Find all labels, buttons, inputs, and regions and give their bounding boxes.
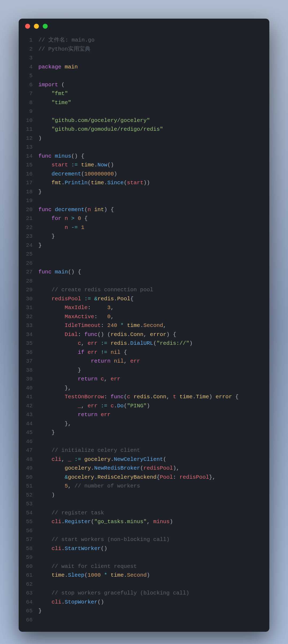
line-number: 24 — [19, 241, 33, 250]
code-line[interactable] — [38, 71, 261, 80]
line-number: 60 — [19, 562, 33, 571]
line-number: 50 — [19, 473, 33, 482]
code-line[interactable]: }, — [38, 419, 261, 428]
code-line[interactable]: "time" — [38, 98, 261, 107]
code-line[interactable]: func minus() { — [38, 152, 261, 161]
code-line[interactable]: "github.com/gocelery/gocelery" — [38, 116, 261, 125]
code-line[interactable]: start := time.Now() — [38, 161, 261, 170]
code-line[interactable]: // create redis connection pool — [38, 285, 261, 294]
line-number-gutter: 1234567891011121314151617181920212223242… — [19, 36, 38, 624]
minimize-icon[interactable] — [34, 24, 39, 29]
code-line[interactable]: // 文件名: main.go — [38, 36, 261, 45]
code-line[interactable]: } — [38, 366, 261, 375]
code-line[interactable]: IdleTimeout: 240 * time.Second, — [38, 321, 261, 330]
code-content[interactable]: // 文件名: main.go// Python实用宝典 package mai… — [38, 36, 269, 624]
line-number: 46 — [19, 437, 33, 446]
code-line[interactable]: import ( — [38, 80, 261, 89]
code-line[interactable] — [38, 277, 261, 286]
code-line[interactable]: 5, // number of workers — [38, 482, 261, 491]
code-line[interactable]: func decrement(n int) { — [38, 205, 261, 214]
code-line[interactable]: MaxActive: 0, — [38, 312, 261, 321]
line-number: 30 — [19, 294, 33, 303]
code-line[interactable]: // initialize celery client — [38, 446, 261, 455]
line-number: 42 — [19, 401, 33, 411]
code-line[interactable]: package main — [38, 63, 261, 72]
line-number: 23 — [19, 232, 33, 241]
code-line[interactable]: Dial: func() (redis.Conn, error) { — [38, 330, 261, 339]
line-number: 44 — [19, 419, 33, 428]
code-line[interactable]: } — [38, 428, 261, 437]
line-number: 28 — [19, 277, 33, 286]
code-line[interactable]: cli.StopWorker() — [38, 598, 261, 607]
code-line[interactable] — [38, 526, 261, 535]
titlebar — [19, 19, 269, 34]
code-line[interactable]: cli, _ := gocelery.NewCeleryClient( — [38, 455, 261, 464]
code-line[interactable] — [38, 553, 261, 562]
code-line[interactable]: for n > 0 { — [38, 214, 261, 223]
code-line[interactable]: redisPool := &redis.Pool{ — [38, 294, 261, 303]
code-line[interactable]: if err != nil { — [38, 348, 261, 357]
line-number: 56 — [19, 526, 33, 535]
line-number: 53 — [19, 499, 33, 508]
code-line[interactable]: // register task — [38, 508, 261, 518]
code-line[interactable]: } — [38, 232, 261, 241]
code-line[interactable] — [38, 54, 261, 63]
code-line[interactable]: ) — [38, 134, 261, 143]
code-line[interactable] — [38, 259, 261, 268]
code-line[interactable]: time.Sleep(1000 * time.Second) — [38, 571, 261, 580]
line-number: 4 — [19, 63, 33, 72]
line-number: 61 — [19, 571, 33, 580]
code-line[interactable]: func main() { — [38, 268, 261, 277]
code-line[interactable] — [38, 196, 261, 205]
code-line[interactable] — [38, 499, 261, 508]
code-line[interactable]: } — [38, 241, 261, 250]
code-line[interactable]: ) — [38, 491, 261, 500]
line-number: 59 — [19, 553, 33, 562]
line-number: 55 — [19, 517, 33, 526]
line-number: 27 — [19, 268, 33, 277]
code-line[interactable]: // wait for client request — [38, 562, 261, 571]
code-line[interactable] — [38, 437, 261, 446]
code-line[interactable]: // start workers (non-blocking call) — [38, 535, 261, 544]
code-line[interactable]: cli.StartWorker() — [38, 544, 261, 553]
code-line[interactable]: return nil, err — [38, 357, 261, 366]
code-line[interactable]: TestOnBorrow: func(c redis.Conn, t time.… — [38, 392, 261, 401]
code-line[interactable]: }, — [38, 384, 261, 393]
code-line[interactable] — [38, 143, 261, 152]
line-number: 37 — [19, 357, 33, 366]
code-line[interactable]: return c, err — [38, 375, 261, 384]
code-line[interactable]: n -= 1 — [38, 223, 261, 232]
code-line[interactable]: cli.Register("go_tasks.minus", minus) — [38, 517, 261, 526]
code-line[interactable] — [38, 107, 261, 116]
maximize-icon[interactable] — [43, 24, 48, 29]
line-number: 32 — [19, 312, 33, 321]
code-line[interactable]: } — [38, 606, 261, 616]
code-line[interactable]: gocelery.NewRedisBroker(redisPool), — [38, 464, 261, 473]
line-number: 5 — [19, 71, 33, 80]
code-line[interactable]: c, err := redis.DialURL("redis://") — [38, 339, 261, 348]
code-line[interactable]: &gocelery.RedisCeleryBackend{Pool: redis… — [38, 473, 261, 482]
line-number: 6 — [19, 80, 33, 89]
code-line[interactable]: // stop workers gracefully (blocking cal… — [38, 589, 261, 598]
line-number: 35 — [19, 339, 33, 348]
code-area[interactable]: 1234567891011121314151617181920212223242… — [19, 34, 269, 632]
line-number: 58 — [19, 544, 33, 553]
line-number: 36 — [19, 348, 33, 357]
close-icon[interactable] — [25, 24, 30, 29]
code-line[interactable] — [38, 250, 261, 259]
code-line[interactable]: "fmt" — [38, 89, 261, 98]
code-line[interactable]: fmt.Println(time.Since(start)) — [38, 178, 261, 187]
line-number: 1 — [19, 36, 33, 45]
code-line[interactable]: MaxIdle: 3, — [38, 303, 261, 312]
code-line[interactable]: "github.com/gomodule/redigo/redis" — [38, 125, 261, 134]
code-line[interactable]: return err — [38, 410, 261, 419]
line-number: 65 — [19, 606, 33, 616]
code-line[interactable]: // Python实用宝典 — [38, 45, 261, 54]
code-line[interactable]: decrement(100000000) — [38, 170, 261, 179]
code-line[interactable]: } — [38, 187, 261, 196]
code-line[interactable] — [38, 616, 261, 625]
code-line[interactable] — [38, 580, 261, 589]
line-number: 29 — [19, 285, 33, 294]
code-line[interactable]: _, err := c.Do("PING") — [38, 401, 261, 411]
line-number: 2 — [19, 45, 33, 54]
